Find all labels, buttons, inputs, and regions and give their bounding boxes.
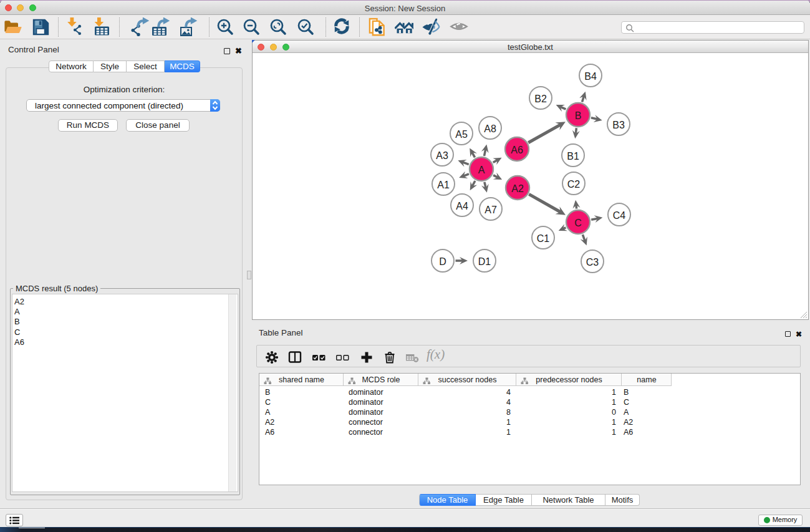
svg-text:C2: C2 [567, 179, 581, 190]
svg-text:A3: A3 [436, 150, 448, 161]
svg-text:D: D [439, 256, 446, 267]
svg-text:A5: A5 [455, 129, 468, 140]
svg-text:B2: B2 [534, 94, 547, 104]
svg-text:A7: A7 [485, 205, 497, 215]
svg-text:C: C [574, 218, 582, 228]
svg-text:A2: A2 [511, 183, 524, 194]
svg-text:C4: C4 [613, 210, 626, 221]
svg-text:B4: B4 [584, 71, 597, 82]
svg-text:C3: C3 [586, 257, 599, 268]
svg-text:D1: D1 [478, 256, 491, 267]
svg-text:B3: B3 [612, 120, 625, 130]
svg-text:B1: B1 [567, 151, 579, 162]
svg-text:A6: A6 [511, 145, 523, 155]
svg-text:A: A [478, 165, 485, 175]
svg-text:B: B [575, 110, 582, 121]
svg-text:C1: C1 [537, 233, 550, 244]
svg-text:A8: A8 [484, 123, 496, 134]
svg-text:A4: A4 [456, 201, 468, 211]
svg-text:A1: A1 [437, 180, 450, 190]
